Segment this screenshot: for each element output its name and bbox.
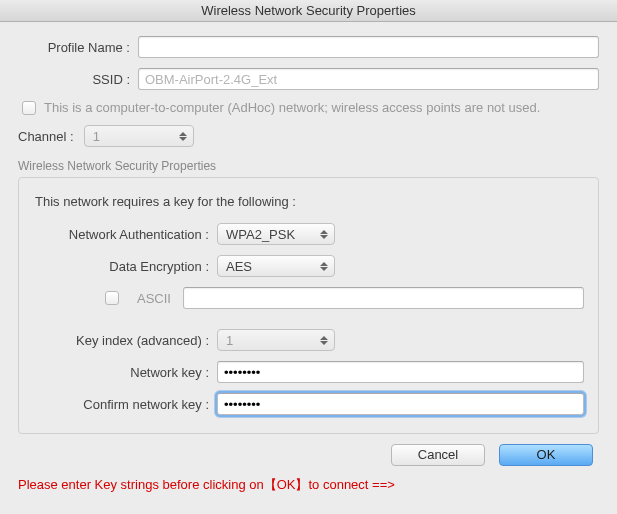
- auth-value: WPA2_PSK: [226, 227, 295, 242]
- dialog-body: Profile Name : SSID : This is a computer…: [0, 22, 617, 514]
- encryption-value: AES: [226, 259, 252, 274]
- window-title: Wireless Network Security Properties: [201, 3, 416, 18]
- confirm-key-label: Confirm network key :: [33, 397, 209, 412]
- stepper-arrows-icon: [178, 128, 188, 144]
- ssid-input[interactable]: [138, 68, 599, 90]
- profile-name-label: Profile Name :: [18, 40, 130, 55]
- ascii-checkbox[interactable]: [105, 291, 119, 305]
- stepper-arrows-icon: [319, 332, 329, 348]
- group-heading: This network requires a key for the foll…: [35, 194, 584, 209]
- hint-text: Please enter Key strings before clicking…: [18, 476, 599, 494]
- encryption-select[interactable]: AES: [217, 255, 335, 277]
- stepper-arrows-icon: [319, 258, 329, 274]
- channel-value: 1: [93, 129, 100, 144]
- adhoc-label: This is a computer-to-computer (AdHoc) n…: [44, 100, 540, 115]
- key-index-value: 1: [226, 333, 233, 348]
- cancel-button[interactable]: Cancel: [391, 444, 485, 466]
- group-caption: Wireless Network Security Properties: [18, 159, 599, 173]
- profile-name-input[interactable]: [138, 36, 599, 58]
- channel-label: Channel :: [18, 129, 74, 144]
- network-key-input[interactable]: [217, 361, 584, 383]
- ok-button[interactable]: OK: [499, 444, 593, 466]
- network-key-label: Network key :: [33, 365, 209, 380]
- ascii-label: ASCII: [137, 291, 171, 306]
- security-groupbox: This network requires a key for the foll…: [18, 177, 599, 434]
- ascii-input[interactable]: [183, 287, 584, 309]
- window-titlebar: Wireless Network Security Properties: [0, 0, 617, 22]
- auth-select[interactable]: WPA2_PSK: [217, 223, 335, 245]
- ssid-label: SSID :: [18, 72, 130, 87]
- confirm-key-input[interactable]: [217, 393, 584, 415]
- key-index-select[interactable]: 1: [217, 329, 335, 351]
- encryption-label: Data Encryption :: [33, 259, 209, 274]
- key-index-label: Key index (advanced) :: [33, 333, 209, 348]
- channel-select[interactable]: 1: [84, 125, 194, 147]
- stepper-arrows-icon: [319, 226, 329, 242]
- adhoc-checkbox[interactable]: [22, 101, 36, 115]
- auth-label: Network Authentication :: [33, 227, 209, 242]
